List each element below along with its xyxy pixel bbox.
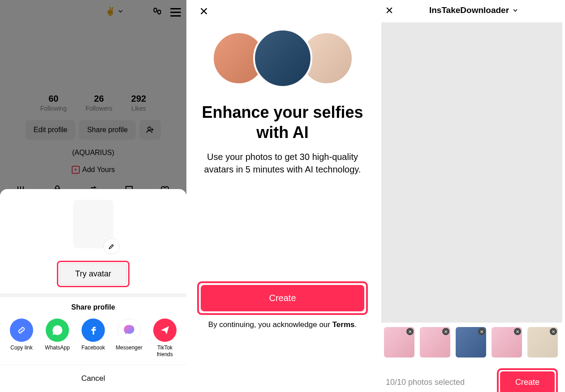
edit-avatar-button[interactable] <box>104 238 120 254</box>
highlight-create: Create <box>197 281 368 315</box>
remove-icon[interactable]: ✕ <box>478 328 485 335</box>
whatsapp-icon <box>52 324 63 336</box>
share-copy-link[interactable]: Copy link <box>8 319 35 358</box>
remove-icon[interactable]: ✕ <box>406 328 414 335</box>
chevron-down-icon <box>512 7 519 14</box>
link-icon <box>16 325 27 336</box>
share-profile-title: Share profile <box>0 303 186 311</box>
avatar-preview <box>73 200 113 248</box>
share-facebook[interactable]: Facebook <box>80 319 107 358</box>
highlight-create: Create <box>497 368 558 392</box>
share-sheet: Try avatar Share profile Copy link Whats… <box>0 189 186 392</box>
terms-link[interactable]: Terms <box>332 320 355 329</box>
avatar-sample-2 <box>253 29 312 88</box>
selected-thumb[interactable]: ✕ <box>420 327 450 358</box>
highlight-try-avatar: Try avatar <box>57 261 129 287</box>
share-tiktok[interactable]: TikTok friends <box>151 319 178 358</box>
selected-thumb[interactable]: ✕ <box>492 327 522 358</box>
album-dropdown[interactable]: InsTakeDownloader <box>389 5 559 15</box>
selection-count: 10/10 photos selected <box>386 378 465 387</box>
close-button[interactable] <box>199 6 209 16</box>
pencil-icon <box>108 243 115 250</box>
cancel-button[interactable]: Cancel <box>0 365 186 392</box>
avatar-examples <box>186 31 379 88</box>
remove-icon[interactable]: ✕ <box>550 328 557 335</box>
selected-thumb[interactable]: ✕ <box>456 327 486 358</box>
create-button[interactable]: Create <box>500 371 555 392</box>
selected-thumb[interactable]: ✕ <box>384 327 414 358</box>
close-icon <box>199 6 209 16</box>
create-button[interactable]: Create <box>201 285 364 311</box>
share-messenger[interactable]: Messenger <box>116 319 142 358</box>
selected-thumb[interactable]: ✕ <box>527 327 558 358</box>
dim-overlay <box>0 0 186 195</box>
messenger-icon <box>123 324 135 336</box>
send-icon <box>160 325 170 336</box>
facebook-icon <box>87 324 99 336</box>
divider <box>0 293 186 297</box>
terms-text: By continuing, you acknowledge our Terms… <box>197 320 368 329</box>
share-whatsapp[interactable]: WhatsApp <box>44 319 71 358</box>
remove-icon[interactable]: ✕ <box>442 328 449 335</box>
remove-icon[interactable]: ✕ <box>514 328 521 335</box>
modal-subtitle: Use your photos to get 30 high-quality a… <box>186 151 379 176</box>
try-avatar-button[interactable]: Try avatar <box>60 263 127 284</box>
photo-grid[interactable] <box>381 22 562 323</box>
modal-title: Enhance your selfies with AI <box>186 102 379 142</box>
